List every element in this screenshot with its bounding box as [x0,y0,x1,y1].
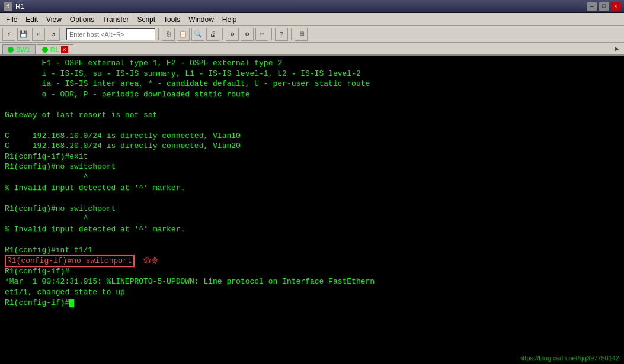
toolbar-clip[interactable]: ✂ [255,28,268,41]
watermark: https://blog.csdn.net/qq397750142 [519,355,619,362]
tab-r1-close[interactable]: ✕ [61,46,68,53]
tab-r1-label: R1 [50,46,59,53]
terminal-cursor [69,299,74,307]
terminal-output: E1 - OSPF external type 1, E2 - OSPF ext… [5,58,619,308]
menu-view[interactable]: View [43,14,65,25]
tab-scroll-right[interactable]: ▶ [613,43,622,54]
minimize-button[interactable]: ─ [587,2,597,11]
tab-sw1-indicator [8,47,14,53]
tab-r1-indicator [42,47,48,53]
host-input[interactable] [66,28,155,40]
toolbar-print[interactable]: 🖨 [206,28,219,41]
toolbar-lightning[interactable]: ⚡ [2,28,15,41]
toolbar-settings[interactable]: ⚙ [226,28,239,41]
menu-tools[interactable]: Tools [160,14,184,25]
maximize-button[interactable]: □ [599,2,609,11]
command-highlight: R1(config-if)#no switchport [5,255,135,267]
separator-4 [271,28,272,40]
tab-sw1[interactable]: SW1 [2,44,36,54]
close-button[interactable]: ✕ [611,2,620,11]
toolbar-connect[interactable]: ↩ [32,28,45,41]
highlighted-command-line: R1(config-if)#no switchport 命令 [5,256,159,265]
tab-sw1-label: SW1 [16,46,30,53]
menu-script[interactable]: Script [133,14,159,25]
separator-2 [158,28,159,40]
toolbar-reconnect[interactable]: ↺ [47,28,60,41]
menu-file[interactable]: File [2,14,21,25]
tab-r1[interactable]: R1 ✕ [37,44,73,54]
separator-3 [222,28,223,40]
menu-edit[interactable]: Edit [22,14,41,25]
title-text: R1 [15,2,587,11]
toolbar-save[interactable]: 💾 [17,28,30,41]
menu-help[interactable]: Help [219,14,241,25]
separator-1 [63,28,63,40]
tab-bar: SW1 R1 ✕ ▶ [0,43,624,56]
toolbar: ⚡ 💾 ↩ ↺ ⎘ 📋 🔍 🖨 ⚙ ⚙ ✂ ? 🖥 [0,26,624,43]
terminal-area[interactable]: E1 - OSPF external type 1, E2 - OSPF ext… [0,56,624,364]
chinese-annotation: 命令 [143,256,159,265]
toolbar-settings2[interactable]: ⚙ [241,28,254,41]
separator-5 [291,28,292,40]
app-icon: R [4,2,12,11]
toolbar-find[interactable]: 🔍 [191,28,204,41]
toolbar-help[interactable]: ? [275,28,288,41]
toolbar-paste[interactable]: 📋 [177,28,190,41]
window-controls: ─ □ ✕ [587,2,620,11]
menu-bar: File Edit View Options Transfer Script T… [0,13,624,26]
menu-options[interactable]: Options [66,14,98,25]
toolbar-copy[interactable]: ⎘ [162,28,175,41]
title-bar: R R1 ─ □ ✕ [0,0,624,13]
menu-window[interactable]: Window [185,14,217,25]
menu-transfer[interactable]: Transfer [99,14,132,25]
toolbar-monitor[interactable]: 🖥 [295,28,308,41]
